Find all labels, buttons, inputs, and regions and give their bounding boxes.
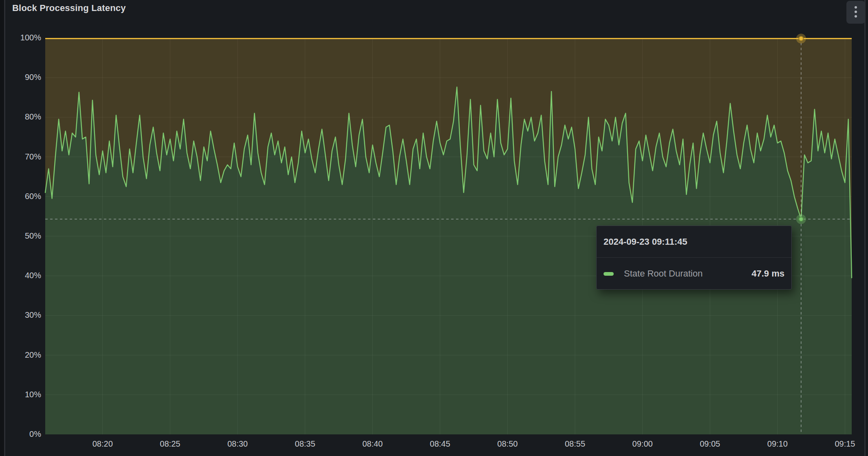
panel-menu-button[interactable] (846, 1, 865, 24)
tooltip-series-label: State Root Duration (624, 268, 703, 279)
tooltip-timestamp: 2024-09-23 09:11:45 (604, 237, 687, 247)
x-axis-tick-label: 08:50 (487, 439, 528, 449)
series-color-swatch (604, 272, 614, 276)
y-axis-tick-label: 80% (0, 112, 41, 122)
y-axis-tick-label: 50% (0, 231, 41, 241)
y-axis-tick-label: 100% (0, 33, 41, 42)
y-axis-tick-label: 20% (0, 350, 41, 360)
y-axis-tick-label: 60% (0, 192, 41, 201)
y-axis-tick-label: 0% (0, 429, 41, 439)
tooltip-header: 2024-09-23 09:11:45 (597, 226, 791, 258)
x-axis-tick-label: 08:40 (352, 439, 393, 449)
hover-point-series (799, 217, 803, 221)
x-axis-tick-label: 09:10 (757, 439, 798, 449)
adjacent-panel-gap (0, 0, 4, 456)
x-axis-tick-label: 08:20 (82, 439, 123, 449)
x-axis-tick-label: 09:15 (824, 439, 865, 449)
tooltip-series-row[interactable]: State Root Duration 47.9 ms (597, 258, 791, 290)
tooltip-series-value: 47.9 ms (751, 268, 784, 279)
x-axis-tick-label: 08:25 (150, 439, 190, 449)
panel-title: Block Processing Latency (12, 3, 126, 13)
x-axis-tick-label: 09:00 (622, 439, 663, 449)
panel-left-border (4, 0, 5, 456)
x-axis-tick-label: 08:30 (217, 439, 258, 449)
hover-point-threshold (799, 36, 803, 41)
tooltip: 2024-09-23 09:11:45 State Root Duration … (596, 226, 792, 290)
y-axis-tick-label: 30% (0, 310, 41, 320)
y-axis-tick-label: 70% (0, 152, 41, 162)
y-axis-tick-label: 40% (0, 271, 41, 280)
x-axis-tick-label: 08:55 (555, 439, 595, 449)
adjacent-panel-gap-right (866, 0, 868, 456)
y-axis-tick-label: 90% (0, 73, 41, 82)
x-axis-tick-label: 08:45 (420, 439, 460, 449)
x-axis-tick-label: 09:05 (690, 439, 730, 449)
y-axis-tick-label: 10% (0, 390, 41, 399)
x-axis-tick-label: 08:35 (285, 439, 326, 449)
